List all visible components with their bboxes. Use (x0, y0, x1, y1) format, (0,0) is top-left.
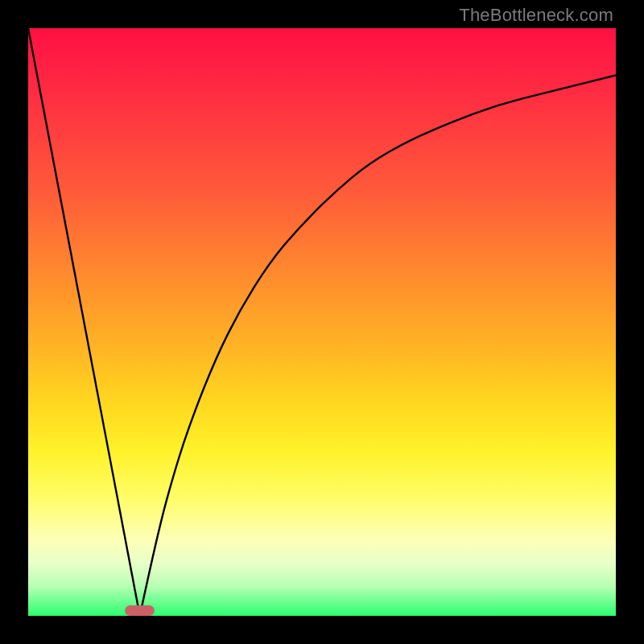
curve-left-segment (28, 28, 140, 616)
watermark-text: TheBottleneck.com (459, 5, 613, 26)
curve-right-segment (140, 75, 616, 616)
bottleneck-marker (125, 605, 155, 616)
curve-layer (28, 28, 616, 616)
plot-area (28, 28, 616, 616)
chart-frame: TheBottleneck.com (0, 0, 644, 644)
